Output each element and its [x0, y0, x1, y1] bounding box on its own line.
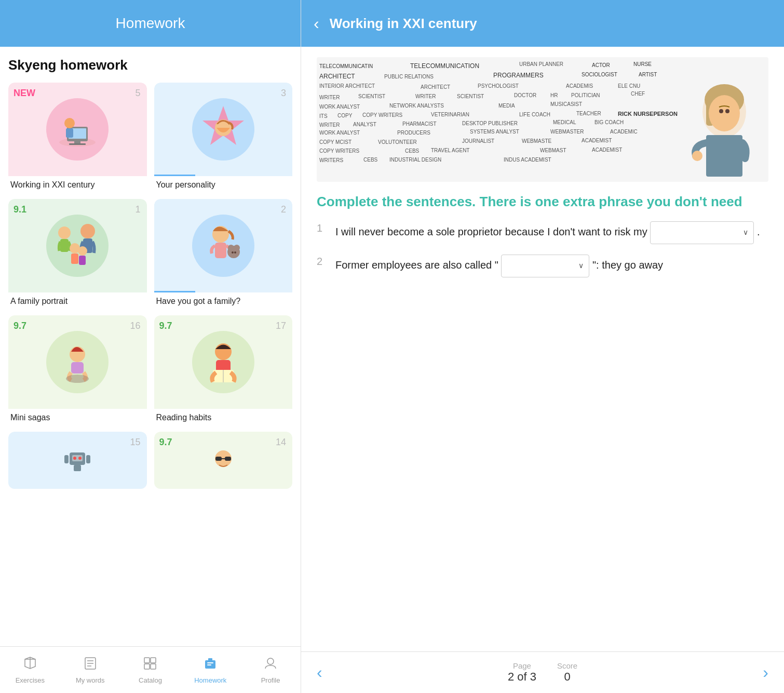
next-page-button[interactable]: › — [758, 663, 774, 682]
card-partial-2[interactable]: 9.7 14 — [154, 432, 293, 489]
wc-word: TELECOMMUNICATIN — [319, 63, 373, 69]
wc-word: NETWORK ANALYSTS — [389, 103, 444, 109]
wc-word: BIG COACH — [594, 119, 624, 125]
wc-word: WRITER — [319, 122, 340, 128]
wc-word: WEBMASTE — [522, 138, 551, 144]
wc-word: TELECOMMUNICATION — [410, 62, 479, 70]
page-value: 2 of 3 — [508, 670, 536, 684]
card-partial-1[interactable]: 15 — [8, 432, 147, 489]
card-figure-6 — [192, 331, 254, 393]
nav-homework[interactable]: Homework — [190, 656, 231, 684]
svg-rect-16 — [79, 256, 86, 265]
card-your-personality[interactable]: 3 Your personality — [154, 83, 293, 192]
wc-word: URBAN PLANNER — [519, 61, 563, 67]
score-value: 0 — [564, 670, 570, 684]
wc-word: ARCHITECT — [319, 73, 355, 80]
wc-word: PSYCHOLOGIST — [478, 83, 519, 89]
score-stat: Score 0 — [557, 661, 577, 684]
exercises-icon — [23, 656, 37, 674]
topic-image: TELECOMMUNICATIN TELECOMMUNICATION URBAN… — [317, 57, 768, 182]
card-mini-sagas[interactable]: 9.7 16 — [8, 315, 147, 424]
nav-profile[interactable]: Profile — [250, 656, 291, 684]
left-panel: Homework Skyeng homework NEW 5 — [0, 0, 301, 693]
card-label-6: Reading habits — [154, 409, 293, 424]
nav-exercises[interactable]: Exercises — [9, 656, 51, 684]
badge-score-6: 9.7 — [159, 321, 172, 331]
svg-point-15 — [78, 246, 87, 256]
card-number-2: 3 — [281, 88, 286, 99]
svg-point-23 — [234, 251, 236, 254]
dropdown-1[interactable]: ∨ — [650, 221, 754, 244]
nav-catalog[interactable]: Catalog — [129, 656, 171, 684]
wc-word: PHARMACIST — [402, 121, 437, 127]
svg-rect-45 — [144, 664, 150, 669]
card-number-5: 16 — [130, 321, 140, 331]
svg-rect-36 — [64, 455, 69, 463]
wc-word: TEACHER — [576, 111, 601, 116]
wc-word: SCIENTIST — [358, 94, 385, 99]
footer-info: Page 2 of 3 Score 0 — [508, 661, 577, 684]
wc-word: WEBMASTER — [550, 129, 584, 135]
catalog-icon — [143, 656, 157, 674]
wc-word: CEBS — [405, 148, 419, 154]
left-content: Skyeng homework NEW 5 — [0, 47, 301, 646]
right-header-title: Working in XXI century — [330, 16, 477, 32]
wc-word: VOLUTONTEER — [378, 139, 417, 145]
left-title: Homework — [116, 15, 185, 32]
svg-point-33 — [73, 457, 76, 460]
badge-score-5: 9.7 — [13, 321, 26, 331]
wc-word: ANALYST — [353, 122, 376, 127]
badge-score-3: 9.1 — [13, 204, 26, 215]
card-number-4: 2 — [281, 204, 286, 215]
bottom-nav: Exercises My words — [0, 646, 301, 693]
dropdown-1-chevron: ∨ — [743, 226, 748, 239]
card-got-family[interactable]: 2 — [154, 199, 293, 308]
wc-word: PRODUCERS — [397, 130, 430, 136]
ex-num-1: 1 — [317, 222, 327, 234]
card-working-xxi[interactable]: NEW 5 — [8, 83, 147, 192]
card-grid: NEW 5 — [8, 83, 292, 424]
wc-word: WORK ANALYST — [319, 104, 360, 110]
svg-point-9 — [58, 226, 71, 239]
progress-bar-2 — [154, 175, 196, 176]
right-panel: ‹ Working in XXI century TELECOMMUNICATI… — [301, 0, 784, 693]
wc-word: ACTOR — [592, 62, 610, 68]
svg-point-58 — [719, 109, 723, 113]
right-footer: ‹ Page 2 of 3 Score 0 › — [301, 651, 784, 693]
svg-rect-44 — [151, 658, 156, 663]
card-label-3: A family portrait — [8, 292, 147, 308]
wc-word: TRAVEL AGENT — [431, 148, 469, 153]
left-header: Homework — [0, 0, 301, 47]
svg-rect-50 — [207, 664, 211, 665]
card-figure-1 — [46, 98, 109, 161]
dropdown-2[interactable]: ∨ — [501, 255, 589, 277]
nav-my-words[interactable]: My words — [70, 656, 111, 684]
card-label-1: Working in XXI century — [8, 176, 147, 192]
section-title: Skyeng homework — [8, 57, 292, 73]
progress-bar-4 — [154, 291, 196, 292]
card-figure-p1 — [59, 442, 96, 478]
svg-point-51 — [267, 658, 274, 664]
prev-page-button[interactable]: ‹ — [312, 663, 328, 682]
wc-word: PUBLIC RELATIONS — [384, 74, 434, 79]
wc-word: WRITER — [319, 95, 340, 100]
svg-point-55 — [709, 95, 740, 131]
card-number-p1: 15 — [130, 437, 140, 448]
my-words-icon — [83, 656, 98, 674]
wc-word: ACADEMIS — [566, 83, 593, 89]
badge-score-p2: 9.7 — [159, 437, 172, 448]
svg-rect-4 — [69, 143, 86, 145]
word-cloud: TELECOMMUNICATIN TELECOMMUNICATION URBAN… — [317, 57, 768, 182]
wc-word: POLITICIAN — [571, 92, 600, 98]
svg-rect-18 — [215, 243, 226, 258]
dropdown-2-value — [507, 257, 553, 275]
instructions: Complete the sentences. There is one ext… — [317, 192, 768, 211]
card-family-portrait[interactable]: 9.1 1 — [8, 199, 147, 308]
back-button[interactable]: ‹ — [314, 14, 319, 33]
wc-word: WRITERS — [319, 157, 343, 163]
nav-label-homework: Homework — [194, 676, 226, 684]
card-reading-habits[interactable]: 9.7 17 — [154, 315, 293, 424]
wc-word: COPY WRITERS — [362, 112, 402, 118]
ex-text-2: Former employees are also called " ∨ ": … — [335, 255, 768, 277]
exercise-2-row: 2 Former employees are also called " ∨ "… — [317, 255, 768, 277]
